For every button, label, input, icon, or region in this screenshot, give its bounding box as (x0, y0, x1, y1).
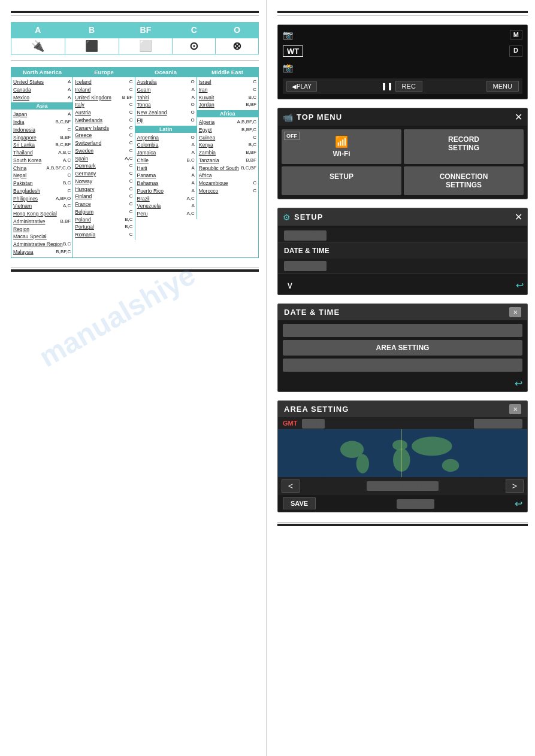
country-iceland: Iceland C (75, 78, 132, 86)
topmenu-title-row: 📹 TOP MENU (283, 113, 342, 122)
cam-menu-button[interactable]: MENU (486, 81, 519, 92)
country-greece: Greece C (75, 132, 132, 139)
country-portugal: Portugal B,C (75, 223, 132, 231)
cam-play-button[interactable]: ◀PLAY (286, 81, 317, 92)
country-mozambique: Mozambique C (199, 180, 256, 187)
datetime-item-2-label: ███ ████ ██ (289, 360, 337, 371)
country-austria: Austria C (75, 109, 132, 117)
country-jordan: Jordan B,BF (199, 101, 256, 109)
datetime-back-button[interactable]: ↩ (515, 378, 522, 389)
sub-rule-right (277, 16, 528, 16)
topmenu-close-button[interactable]: ✕ (515, 111, 522, 123)
area-save-button[interactable]: SAVE (283, 497, 316, 509)
country-macau2: Administrative Region B,C (13, 241, 71, 248)
country-fiji: Fiji O (137, 117, 195, 125)
country-peru: Peru A,C (137, 210, 195, 218)
country-algeria: Algeria A,B,BF,C (199, 119, 256, 126)
topmenu-body: 📹 TOP MENU ✕ OFF 📶 Wi-Fi RECORD SETTING … (278, 108, 527, 199)
area-body: AREA SETTING × GMT ████ ███ █████ ██ (278, 401, 527, 512)
topmenu-connection-button[interactable]: CONNECTION SETTINGS (404, 166, 524, 195)
country-tahiti: Tahiti A (137, 94, 195, 102)
area-next-button[interactable]: > (506, 479, 524, 493)
area-city-name: ████████ (397, 500, 434, 507)
setup-datetime-item[interactable]: DATE & TIME (278, 243, 527, 259)
setup-title-row: ⚙ SETUP (283, 212, 323, 222)
country-norway: Norway C (75, 178, 132, 186)
topmenu-wifi-button[interactable]: OFF 📶 Wi-Fi (282, 129, 401, 164)
topmenu-record-button[interactable]: RECORD SETTING (404, 129, 524, 164)
region-oceania: Oceania (135, 68, 197, 77)
cam-mode-badge: M (510, 30, 522, 40)
country-malaysia: Malaysia B,BF,C (13, 248, 71, 256)
datetime-body: DATE & TIME × ███ █████ ██ AREA SETTING … (278, 304, 527, 391)
divider-1 (11, 60, 259, 61)
country-canada: Canada A (13, 86, 71, 94)
plug-col-a: A (11, 23, 65, 38)
area-back-button[interactable]: ↩ (515, 498, 522, 509)
country-newzealand: New Zealand O (137, 109, 195, 117)
area-bottom-row: SAVE ████████ ↩ (278, 495, 527, 512)
area-gmt-label: GMT (283, 420, 297, 427)
area-prev-button[interactable]: < (282, 479, 300, 493)
bottom-rule-left (11, 268, 259, 268)
country-puertorico: Puerto Rico A (137, 187, 195, 195)
plug-type-table: A B BF C O 🔌 ⬛ ⬜ ⊙ ⊗ (11, 22, 259, 54)
country-bahamas: Bahamas A (137, 180, 195, 187)
cam-pause-icon: ❚❚ (381, 82, 393, 90)
setup-close-button[interactable]: ✕ (515, 211, 522, 223)
country-australia: Australia O (137, 78, 195, 86)
datetime-item-1[interactable]: ███ █████ ██ (283, 324, 522, 337)
country-india: India B,C,BF (13, 119, 71, 126)
plug-col-bf: BF (119, 23, 173, 38)
topmenu-cam-icon: 📹 (283, 113, 293, 122)
topmenu-wifi-label: Wi-Fi (333, 150, 350, 158)
top-menu-screen: 📹 TOP MENU ✕ OFF 📶 Wi-Fi RECORD SETTING … (277, 108, 528, 199)
setup-back-button[interactable]: ↩ (516, 280, 524, 291)
setup-down-arrow[interactable]: ∨ (282, 278, 298, 292)
setup-body: ⚙ SETUP ✕ ██████ ██ DATE & TIME ██████ █… (278, 208, 527, 294)
bottom-rule-thick-left (11, 269, 259, 272)
country-argentina: Argentina O (137, 134, 195, 142)
country-tanzania: Tanzania B,BF (199, 157, 256, 165)
country-hongkong2: Administrative Region B,BF (13, 218, 71, 233)
country-colombia: Colombia A (137, 141, 195, 149)
setup-item-1[interactable]: ██████ ██ (278, 228, 527, 243)
country-netherlands: Netherlands C (75, 117, 132, 125)
country-hungary: Hungary C (75, 186, 132, 193)
plug-icon-a: 🔌 (11, 38, 65, 54)
country-srilanka: Sri Lanka B,C,BF (13, 141, 71, 149)
datetime-item-2[interactable]: ███ ████ ██ (283, 359, 522, 372)
country-vietnam: Vietnam A,C (13, 202, 71, 210)
setup-nav-row: ∨ ↩ (278, 276, 527, 294)
topmenu-setup-button[interactable]: SETUP (282, 166, 401, 195)
area-header: AREA SETTING × (278, 401, 527, 417)
country-mexico: Mexico A (13, 94, 71, 102)
datetime-area-setting-button[interactable]: AREA SETTING (283, 340, 522, 356)
country-columns-row1: United States A Canada A Mexico A Asia J… (11, 77, 258, 257)
setup-item-3[interactable]: ██████ ██ (278, 259, 527, 274)
area-close-button[interactable]: × (509, 404, 521, 414)
cam-screen-body: 📷 M WT D 📸 ◀PLAY ❚❚ REC MENU (278, 25, 527, 99)
country-sweden: Sweden C (75, 147, 132, 155)
cam-rec-button[interactable]: REC (395, 81, 422, 92)
country-denmark: Denmark C (75, 162, 132, 170)
col-north-america: United States A Canada A Mexico A Asia J… (11, 77, 73, 257)
world-map-svg (278, 429, 527, 477)
topmenu-header: 📹 TOP MENU ✕ (278, 108, 527, 126)
country-tonga: Tonga O (137, 101, 195, 109)
country-pakistan: Pakistan B,C (13, 180, 71, 187)
datetime-close-button[interactable]: × (509, 307, 521, 317)
col-middleeast-africa: Israel C Iran C Kuwait B,C Jordan B,BF (197, 77, 258, 196)
setup-title: SETUP (294, 212, 323, 221)
region-middle-east: Middle East (197, 68, 258, 77)
left-column: A B BF C O 🔌 ⬛ ⬜ ⊙ ⊗ (0, 0, 267, 756)
country-canary: Canary Islands C (75, 125, 132, 132)
country-singapore: Singapore B,BF (13, 134, 71, 142)
cam-photo-icon: 📸 (283, 63, 293, 72)
area-gmt-name: ███ █████ ██ (474, 420, 522, 427)
setup-item-3-label: ██████ ██ (284, 261, 327, 271)
col-oceania-latin: Australia O Guam A Tahiti A Tonga O (135, 77, 197, 219)
area-city-blurred: ████████████ (367, 481, 439, 491)
region-africa: Africa (197, 110, 258, 117)
country-romania: Romania C (75, 231, 132, 239)
